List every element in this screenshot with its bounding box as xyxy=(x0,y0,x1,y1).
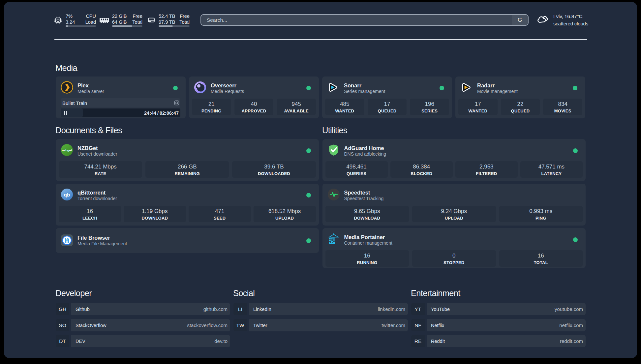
svg-text:qb: qb xyxy=(64,192,70,197)
svg-text:nzbget: nzbget xyxy=(62,148,72,152)
